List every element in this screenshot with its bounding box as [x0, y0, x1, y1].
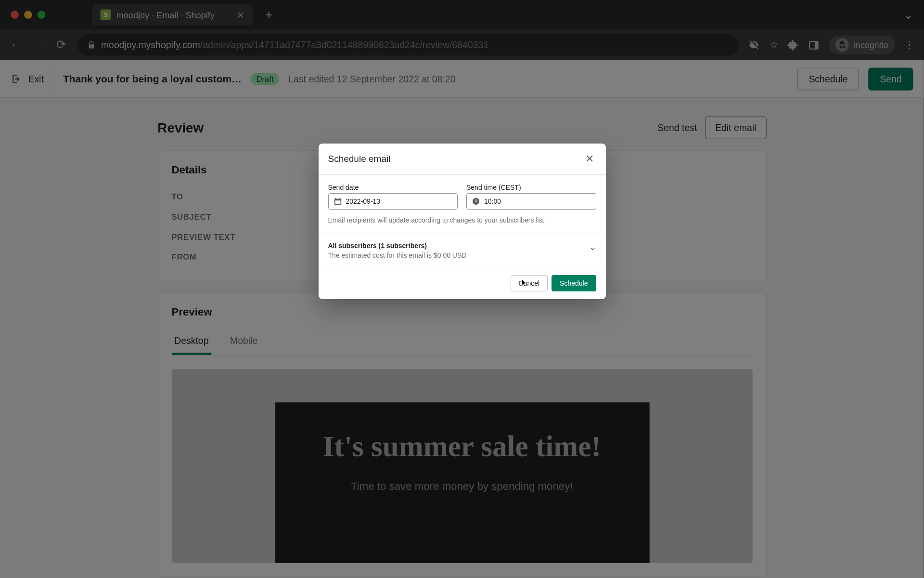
send-time-input-wrap[interactable] [466, 193, 596, 210]
send-time-input[interactable] [484, 197, 591, 205]
schedule-email-modal: Schedule email ✕ Send date Send time (CE… [319, 144, 606, 299]
modal-schedule-button[interactable]: Schedule [552, 275, 596, 291]
chevron-down-icon[interactable]: ⌄ [589, 242, 596, 252]
modal-hint: Email recipients will update according t… [328, 216, 596, 224]
send-date-input[interactable] [346, 197, 453, 205]
clock-icon [472, 197, 480, 206]
cancel-button[interactable]: Cancel [511, 275, 548, 291]
subscribers-cost: The estimated cost for this email is $0.… [328, 251, 589, 259]
subscribers-row[interactable]: All subscribers (1 subscribers) The esti… [319, 234, 606, 267]
calendar-icon [334, 197, 342, 206]
send-time-label: Send time (CEST) [466, 184, 596, 191]
modal-title: Schedule email [328, 154, 391, 164]
modal-overlay[interactable]: Schedule email ✕ Send date Send time (CE… [0, 0, 924, 578]
close-icon[interactable]: ✕ [583, 152, 596, 166]
send-date-input-wrap[interactable] [328, 193, 458, 210]
send-date-label: Send date [328, 184, 458, 191]
subscribers-title: All subscribers (1 subscribers) [328, 242, 589, 250]
